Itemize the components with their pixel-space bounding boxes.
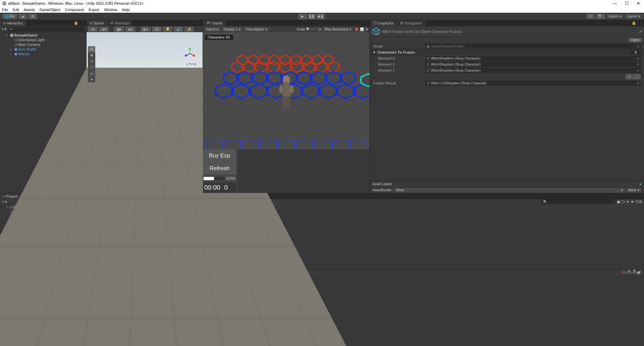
- move-tool-icon[interactable]: ✥: [88, 52, 95, 58]
- list-add-button[interactable]: +: [626, 74, 633, 79]
- refresh-button[interactable]: Refresh: [203, 162, 236, 175]
- scene-row[interactable]: ▾🔘 SampleGame ⋮: [0, 33, 86, 38]
- slot[interactable]: [277, 140, 296, 150]
- buy-exp-button[interactable]: Buy Exp: [203, 149, 236, 162]
- assetbundle-dd[interactable]: None ▾: [394, 188, 625, 193]
- orientation-gizmo[interactable]: [183, 47, 197, 60]
- layout-dropdown[interactable]: Layout ▾: [625, 14, 642, 19]
- hidden-icon[interactable]: 👁̷16: [635, 200, 642, 204]
- tab-project[interactable]: ▪ Project: [0, 193, 21, 199]
- stats-icon[interactable]: 📊: [360, 27, 364, 31]
- tab-navigation[interactable]: ⊞ Navigation: [397, 20, 425, 26]
- panel-menu-icon[interactable]: ⋮: [80, 21, 86, 25]
- search-global-icon[interactable]: 🔍: [596, 14, 605, 19]
- scale-tool-icon[interactable]: ⤢: [88, 64, 95, 70]
- script-field[interactable]: ▣ GameCharacterFusion⊙: [425, 44, 641, 49]
- light-icon[interactable]: 💡: [163, 26, 172, 32]
- minimize-icon[interactable]: —: [613, 1, 617, 6]
- scene-viewport[interactable]: 👁 ✥ ↻ ⤢ ▭ ✦ ◂ Persp: [87, 32, 203, 193]
- hierarchy-item[interactable]: ⬡Main Camera: [0, 42, 86, 47]
- slot[interactable]: [331, 140, 350, 150]
- scale-slider[interactable]: [306, 28, 316, 30]
- hierarchy-item[interactable]: ▸⬢Auto-Battle: [0, 47, 86, 52]
- element-field[interactable]: ⬡ WitchShopItem (Shop Character)⊙: [425, 56, 641, 61]
- gizmos-icon[interactable]: ⚙: [365, 27, 368, 31]
- filter-icon[interactable]: ✦: [626, 200, 629, 204]
- lock-icon[interactable]: 🔒: [630, 21, 638, 25]
- menu-help[interactable]: Help: [122, 8, 129, 12]
- element-field[interactable]: ⬡ WitchShopItem (Shop Character)⊙: [425, 68, 641, 73]
- slot[interactable]: [295, 140, 314, 150]
- rotate-tool-icon[interactable]: ↻: [88, 58, 95, 64]
- add-icon[interactable]: + ▾: [1, 27, 6, 31]
- tab-inspector[interactable]: ⓘ Inspector: [370, 20, 397, 26]
- transform-tool-icon[interactable]: ✦: [88, 76, 95, 82]
- pause-button[interactable]: ❚❚: [307, 13, 316, 19]
- tab-animator[interactable]: ⇄ Animator: [107, 20, 133, 26]
- list-header[interactable]: Characters To Fusion: [377, 50, 631, 54]
- pivot-icon[interactable]: ⊙▾: [88, 26, 98, 32]
- settings-icon[interactable]: ⚙: [29, 14, 37, 19]
- filter-icon[interactable]: ★: [631, 200, 634, 204]
- panel-menu-icon[interactable]: ⋮: [638, 21, 644, 25]
- panel-menu-icon[interactable]: ⋮: [196, 21, 203, 25]
- menu-component[interactable]: Component: [65, 8, 84, 12]
- assetbundle-variant-dd[interactable]: None ▾: [626, 188, 641, 193]
- slot[interactable]: [241, 140, 260, 150]
- aspect-dd[interactable]: Free Aspect ▾: [244, 27, 269, 31]
- open-button[interactable]: Open: [629, 38, 642, 42]
- menu-file[interactable]: File: [2, 8, 8, 12]
- view-tool-icon[interactable]: 👁: [88, 46, 95, 52]
- expand-icon[interactable]: ⤢: [639, 29, 642, 34]
- undo-history-icon[interactable]: ↻: [586, 14, 594, 19]
- cloud-icon[interactable]: ☁: [18, 14, 27, 19]
- hierarchy-item[interactable]: ▸⬢Warrior: [0, 52, 86, 56]
- hierarchy-search[interactable]: [8, 27, 85, 31]
- panel-menu-icon[interactable]: ⋮: [363, 21, 370, 25]
- character-counter: Characters: 0/1: [205, 35, 233, 40]
- mode-2d[interactable]: 2D: [152, 26, 162, 32]
- thumb-size-slider[interactable]: [622, 272, 642, 274]
- display-dd[interactable]: Display 1 ▾: [222, 27, 243, 31]
- menu-export[interactable]: Export: [89, 8, 99, 12]
- asset-labels-header[interactable]: Asset Labels ●: [370, 181, 644, 187]
- add-icon[interactable]: + ▾: [2, 200, 7, 204]
- game-viewport[interactable]: Characters: 0/1: [203, 32, 370, 193]
- slot[interactable]: [313, 140, 332, 150]
- menu-edit[interactable]: Edit: [13, 8, 19, 12]
- menu-window[interactable]: Window: [104, 8, 117, 12]
- slot[interactable]: [259, 140, 278, 150]
- fusion-field[interactable]: ⬡ Witch Lv2ShopItem (Shop Character)⊙: [425, 81, 641, 86]
- game-camera-dd[interactable]: Game ▾: [204, 27, 220, 31]
- menu-gameobject[interactable]: GameObject: [40, 8, 60, 12]
- shading-icon[interactable]: ◐▾: [141, 26, 151, 32]
- filter-icon[interactable]: ⬡: [622, 200, 625, 204]
- menu-assets[interactable]: Assets: [24, 8, 35, 12]
- tab-hierarchy[interactable]: ≡ Hierarchy: [0, 20, 26, 26]
- hierarchy-item[interactable]: ⬡Directional Light: [0, 38, 86, 42]
- list-remove-button[interactable]: −: [633, 74, 641, 79]
- tab-game[interactable]: 🎮 Game: [203, 20, 226, 26]
- fx-icon[interactable]: ✨: [184, 26, 194, 32]
- snap-icon[interactable]: ⊞▾: [125, 26, 135, 32]
- maximize-icon[interactable]: ☐: [625, 1, 629, 6]
- account-button[interactable]: 🌐 JR ▾: [2, 14, 17, 19]
- panel-lock-icon[interactable]: 🔒: [72, 21, 80, 25]
- filter-icon[interactable]: ▣: [617, 200, 620, 204]
- play-button[interactable]: ▶: [298, 13, 307, 19]
- layers-dropdown[interactable]: Layers ▾: [606, 14, 624, 19]
- slot[interactable]: [223, 140, 241, 150]
- play-mode-dd[interactable]: Play Maximized ▾: [323, 27, 353, 31]
- slot[interactable]: [350, 140, 368, 150]
- step-button[interactable]: ▶❚: [316, 13, 325, 19]
- audio-icon[interactable]: 🔊: [174, 26, 183, 32]
- rect-tool-icon[interactable]: ▭: [88, 70, 95, 76]
- local-icon[interactable]: ⊕▾: [99, 26, 109, 32]
- close-icon[interactable]: ✕: [637, 1, 640, 6]
- project-search[interactable]: [542, 199, 615, 204]
- tab-scene[interactable]: # Scene: [87, 20, 107, 26]
- mute-icon[interactable]: 🔇: [355, 27, 359, 31]
- slot[interactable]: [205, 140, 223, 150]
- grid-icon[interactable]: ▦▾: [114, 26, 124, 32]
- element-field[interactable]: ⬡ WitchShopItem (Shop Character)⊙: [425, 62, 641, 67]
